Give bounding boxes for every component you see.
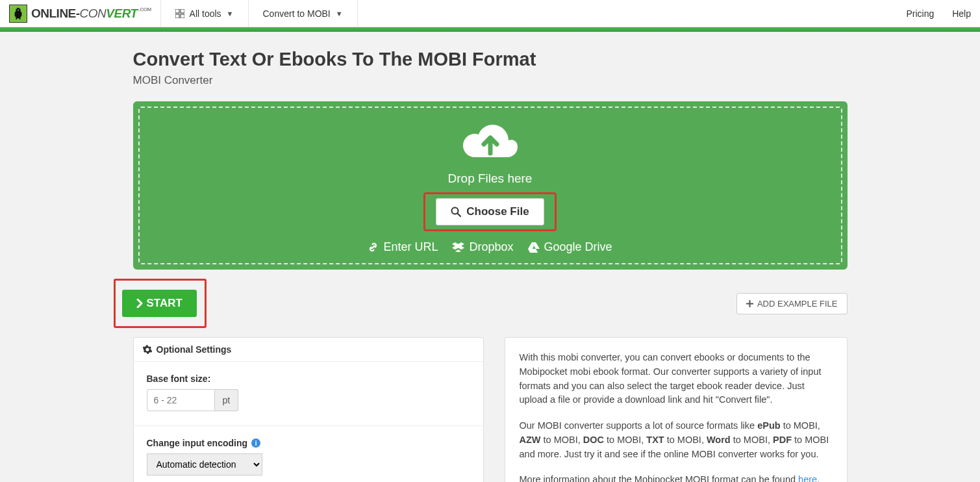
link-icon	[368, 242, 379, 253]
nav-convert-to-label: Convert to MOBI	[263, 8, 331, 19]
start-button[interactable]: START	[122, 290, 197, 317]
svg-rect-1	[181, 9, 184, 13]
chevron-right-icon	[136, 299, 143, 308]
chevron-down-icon: ▼	[336, 10, 343, 18]
google-drive-link[interactable]: Google Drive	[528, 240, 612, 254]
nav-convert-to[interactable]: Convert to MOBI ▼	[248, 0, 358, 27]
choose-file-button[interactable]: Choose File	[436, 198, 544, 225]
optional-settings-panel: Optional Settings Base font size: pt Cha…	[133, 337, 484, 482]
dropbox-icon	[452, 242, 464, 253]
info-para-2: Our MOBI converter supports a lot of sou…	[520, 419, 833, 461]
dropzone-inner: Drop Files here Choose File Enter URL Dr…	[138, 107, 842, 264]
optional-settings-title: Optional Settings	[157, 344, 232, 355]
base-font-group: pt	[147, 389, 470, 411]
dropzone[interactable]: Drop Files here Choose File Enter URL Dr…	[133, 101, 848, 270]
svg-rect-3	[181, 14, 184, 18]
enter-url-link[interactable]: Enter URL	[368, 240, 438, 254]
logo-icon	[9, 5, 27, 23]
grid-icon	[175, 9, 184, 18]
top-header: ONLINE-CONVERT.COM All tools ▼ Convert t…	[0, 0, 980, 27]
svg-rect-0	[175, 9, 179, 13]
page-subtitle: MOBI Converter	[133, 74, 848, 87]
add-example-label: ADD EXAMPLE FILE	[757, 299, 838, 309]
nav-pricing[interactable]: Pricing	[897, 0, 943, 27]
drop-text: Drop Files here	[153, 171, 828, 186]
gear-icon	[143, 345, 152, 354]
dropbox-label: Dropbox	[469, 240, 513, 254]
nav-all-tools-label: All tools	[190, 8, 221, 19]
nav-help[interactable]: Help	[943, 0, 980, 27]
divider	[134, 425, 483, 426]
info-panel: With this mobi converter, you can conver…	[505, 337, 848, 482]
svg-rect-2	[175, 14, 179, 18]
nav-right: Pricing Help	[897, 0, 980, 27]
encoding-label-text: Change input encoding	[147, 438, 248, 448]
info-para-1: With this mobi converter, you can conver…	[520, 351, 833, 407]
nav-all-tools[interactable]: All tools ▼	[160, 0, 248, 27]
info-icon[interactable]: i	[251, 438, 260, 448]
dropbox-link[interactable]: Dropbox	[452, 240, 513, 254]
encoding-label: Change input encoding i	[147, 438, 470, 448]
add-example-button[interactable]: ADD EXAMPLE FILE	[736, 293, 848, 314]
cloud-upload-icon	[458, 120, 523, 165]
choose-file-label: Choose File	[466, 205, 529, 218]
plus-icon	[746, 300, 753, 307]
encoding-select[interactable]: Automatic detection	[147, 453, 262, 476]
base-font-unit: pt	[215, 389, 239, 411]
accent-bar	[0, 27, 980, 32]
search-icon	[451, 207, 461, 217]
google-drive-label: Google Drive	[544, 240, 612, 254]
here-link[interactable]: here	[798, 474, 817, 482]
info-para-3: More information about the Mobipocket MO…	[520, 473, 833, 482]
svg-line-5	[458, 214, 461, 217]
chevron-down-icon: ▼	[227, 10, 234, 18]
choose-file-highlight: Choose File	[423, 192, 556, 231]
button-row: START ADD EXAMPLE FILE	[133, 279, 848, 328]
base-font-input[interactable]	[147, 389, 215, 411]
page-title: Convert Text Or Ebooks To The MOBI Forma…	[133, 49, 848, 70]
logo-text: ONLINE-CONVERT.COM	[31, 6, 151, 21]
start-highlight: START	[114, 279, 207, 328]
enter-url-label: Enter URL	[383, 240, 438, 254]
start-label: START	[147, 297, 182, 310]
two-col: Optional Settings Base font size: pt Cha…	[133, 337, 848, 482]
optional-settings-header: Optional Settings	[134, 338, 483, 362]
base-font-label: Base font size:	[147, 374, 470, 384]
google-drive-icon	[528, 242, 540, 253]
logo[interactable]: ONLINE-CONVERT.COM	[0, 5, 160, 23]
source-row: Enter URL Dropbox Google Drive	[153, 240, 828, 254]
